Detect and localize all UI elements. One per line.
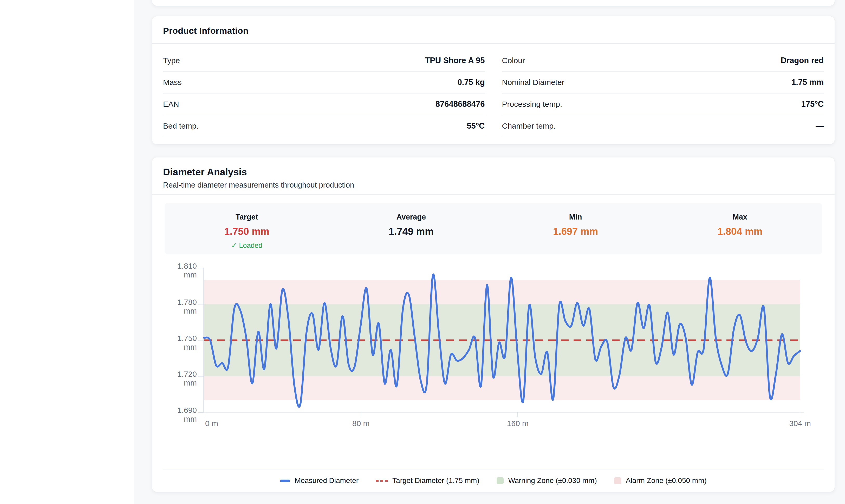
legend-item: Target Diameter (1.75 mm): [376, 476, 480, 485]
stat-average: Average1.749 mm: [329, 213, 493, 254]
legend-label: Target Diameter (1.75 mm): [392, 476, 480, 485]
y-tick-label: 1.690mm: [177, 406, 197, 423]
legend-label: Warning Zone (±0.030 mm): [508, 476, 597, 485]
stat-max: Max1.804 mm: [658, 213, 822, 254]
diameter-analysis-card: Diameter Analysis Real-time diameter mea…: [152, 158, 834, 492]
x-tick-label: 80 m: [352, 419, 370, 428]
stat-value: 1.750 mm: [165, 226, 329, 237]
stat-label: Target: [165, 213, 329, 221]
stat-value: 1.697 mm: [494, 226, 658, 237]
alarm-zone-swatch: [614, 477, 621, 484]
stat-label: Average: [329, 213, 493, 221]
product-information-card: Product Information TypeTPU Shore A 95Ma…: [152, 16, 834, 144]
field-value: Dragon red: [781, 55, 824, 66]
header-divider: [152, 194, 834, 195]
field-value: —: [816, 121, 824, 131]
product-info-row: ColourDragon red: [502, 50, 824, 72]
legend-item: Alarm Zone (±0.050 mm): [614, 476, 707, 485]
y-tick-label: 1.720mm: [177, 370, 197, 387]
field-label: Processing temp.: [502, 99, 563, 109]
diameter-chart[interactable]: 1.810mm1.780mm1.750mm1.720mm1.690mm0 m80…: [179, 260, 811, 429]
product-info-row: Nominal Diameter1.75 mm: [502, 72, 824, 93]
field-value: 0.75 kg: [457, 77, 485, 88]
product-info-table: TypeTPU Shore A 95Mass0.75 kgEAN87648688…: [152, 44, 834, 137]
field-value: TPU Shore A 95: [425, 55, 485, 66]
x-tick-label: 0 m: [205, 419, 218, 428]
legend-label: Alarm Zone (±0.050 mm): [626, 476, 707, 485]
y-tick-label: 1.780mm: [177, 298, 197, 315]
legend-label: Measured Diameter: [295, 476, 359, 485]
stat-label: Min: [494, 213, 658, 221]
product-info-row: Mass0.75 kg: [163, 72, 485, 93]
product-info-column-2: ColourDragon redNominal Diameter1.75 mmP…: [502, 50, 824, 137]
x-tick-label: 304 m: [789, 419, 811, 428]
badge-text: Loaded: [239, 241, 262, 249]
stat-target: Target1.750 mm✓ Loaded: [165, 213, 329, 254]
legend-item: Warning Zone (±0.030 mm): [497, 476, 597, 485]
measured-line-swatch: [280, 480, 290, 482]
field-value: 55°C: [467, 121, 485, 131]
y-tick-label: 1.750mm: [177, 334, 197, 351]
field-label: Colour: [502, 55, 525, 66]
product-info-row: Bed temp.55°C: [163, 115, 485, 137]
product-info-row: TypeTPU Shore A 95: [163, 50, 485, 72]
diameter-stats-bar: Target1.750 mm✓ LoadedAverage1.749 mmMin…: [165, 203, 822, 254]
stat-min: Min1.697 mm: [494, 213, 658, 254]
previous-card-bottom-edge: [152, 0, 834, 6]
x-tick-label: 160 m: [507, 419, 529, 428]
check-icon: ✓: [231, 241, 239, 249]
target-loaded-badge: ✓ Loaded: [165, 241, 329, 250]
product-information-title: Product Information: [152, 16, 834, 43]
field-value: 175°C: [801, 99, 824, 109]
product-info-column-1: TypeTPU Shore A 95Mass0.75 kgEAN87648688…: [163, 50, 485, 137]
field-label: Nominal Diameter: [502, 77, 565, 88]
product-info-row: Processing temp.175°C: [502, 93, 824, 115]
legend-item: Measured Diameter: [280, 476, 359, 485]
sidebar: [0, 0, 134, 504]
stat-value: 1.749 mm: [329, 226, 493, 237]
field-value: 87648688476: [435, 99, 485, 109]
target-dash-swatch: [376, 480, 388, 482]
field-label: EAN: [163, 99, 179, 109]
field-label: Mass: [163, 77, 182, 88]
warning-zone-swatch: [497, 477, 504, 484]
stat-label: Max: [658, 213, 822, 221]
diameter-analysis-title: Diameter Analysis: [152, 158, 834, 178]
chart-legend: Measured DiameterTarget Diameter (1.75 m…: [152, 469, 834, 492]
field-label: Chamber temp.: [502, 121, 556, 131]
product-info-row: EAN87648688476: [163, 93, 485, 115]
product-info-row: Chamber temp.—: [502, 115, 824, 137]
y-tick-label: 1.810mm: [177, 262, 197, 279]
field-value: 1.75 mm: [791, 77, 824, 88]
field-label: Bed temp.: [163, 121, 199, 131]
stat-value: 1.804 mm: [658, 226, 822, 237]
field-label: Type: [163, 55, 180, 66]
diameter-analysis-subtitle: Real-time diameter measurements througho…: [152, 178, 834, 194]
